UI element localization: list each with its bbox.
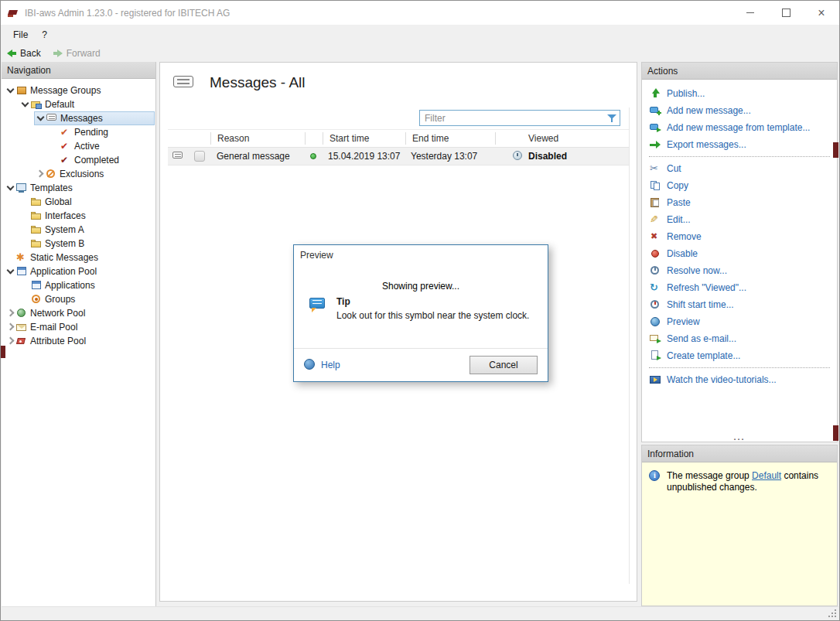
action-label: Send as e-mail...: [667, 333, 736, 344]
tree-item-system-a[interactable]: System A: [19, 223, 155, 237]
filter-row: [168, 107, 629, 130]
action-export-messages[interactable]: Export messages...: [642, 136, 837, 153]
chevron-down-icon[interactable]: [5, 85, 15, 96]
message-icon: [172, 150, 184, 162]
tree-item-templates[interactable]: Templates: [5, 181, 155, 195]
chevron-spacer: [49, 127, 60, 138]
menu-help[interactable]: ?: [35, 27, 54, 43]
cancel-button[interactable]: Cancel: [470, 356, 538, 374]
table-header-row: Reason Start time End time Viewed: [168, 130, 629, 148]
forward-button[interactable]: Forward: [53, 48, 101, 59]
chevron-right-icon[interactable]: [34, 169, 45, 179]
red-edge-marker: [833, 425, 838, 441]
maximize-button[interactable]: [768, 1, 804, 25]
action-label: Remove: [667, 231, 702, 242]
help-link[interactable]: Help: [304, 359, 340, 371]
pending-check-icon: [60, 126, 72, 138]
column-header-start-time[interactable]: Start time: [323, 132, 405, 145]
filter-input[interactable]: [420, 113, 606, 124]
publish-icon: [649, 87, 661, 100]
tree-item-application-pool[interactable]: Application Pool: [5, 264, 155, 278]
default-group-link[interactable]: Default: [752, 470, 781, 481]
shift-time-icon: [649, 299, 661, 311]
resize-grip[interactable]: [828, 609, 836, 617]
action-refresh-viewed[interactable]: Refresh "Viewed"...: [642, 279, 837, 296]
action-shift-start-time[interactable]: Shift start time...: [642, 296, 837, 313]
tree-item-applications[interactable]: Applications: [19, 278, 155, 292]
chevron-down-icon[interactable]: [5, 183, 15, 193]
chevron-down-icon[interactable]: [5, 266, 15, 277]
column-header-reason[interactable]: Reason: [210, 132, 305, 145]
column-header-viewed[interactable]: Viewed: [495, 132, 629, 145]
action-paste[interactable]: Paste: [642, 194, 837, 211]
column-header-end-time[interactable]: End time: [405, 132, 495, 145]
action-create-template[interactable]: Create template...: [642, 347, 837, 364]
menu-file[interactable]: File: [6, 27, 35, 43]
table-row[interactable]: General message 15.04.2019 13:07 Yesterd…: [168, 148, 629, 165]
tree-item-static-messages[interactable]: Static Messages: [5, 251, 155, 264]
back-button[interactable]: Back: [7, 48, 41, 59]
action-label: Watch the video-tutorials...: [667, 374, 777, 385]
tree-item-label: Attribute Pool: [30, 336, 86, 346]
tree-item-network-pool[interactable]: Network Pool: [5, 306, 155, 320]
completed-check-icon: [60, 154, 72, 166]
tree-item-label: Messages: [60, 113, 103, 124]
chevron-down-icon[interactable]: [19, 99, 30, 110]
action-label: Cut: [667, 163, 681, 174]
page-title: Messages - All: [210, 74, 306, 91]
tree-item-default[interactable]: Default: [19, 97, 155, 111]
chevron-spacer: [19, 224, 30, 235]
filter-funnel-icon[interactable]: [606, 113, 617, 124]
folder-icon: [30, 196, 43, 208]
chevron-right-icon[interactable]: [5, 336, 15, 346]
actions-list: Publish... Add new message... Add new me…: [642, 80, 837, 442]
network-icon: [15, 307, 28, 319]
close-button[interactable]: [804, 1, 839, 25]
action-send-as-email[interactable]: Send as e-mail...: [642, 330, 837, 347]
tree-item-interfaces[interactable]: Interfaces: [19, 209, 155, 223]
action-remove[interactable]: Remove: [642, 228, 837, 245]
tree-item-message-groups[interactable]: Message Groups: [5, 84, 155, 97]
tree-item-label: Pending: [74, 127, 108, 138]
chevron-spacer: [19, 238, 30, 249]
chevron-right-icon[interactable]: [5, 322, 15, 333]
tree-item-exclusions[interactable]: Exclusions: [34, 167, 155, 181]
more-actions-indicator[interactable]: ...: [642, 433, 837, 441]
messages-icon: [172, 73, 196, 92]
action-resolve-now[interactable]: Resolve now...: [642, 262, 837, 279]
action-cut[interactable]: Cut: [642, 160, 837, 177]
tree-item-global[interactable]: Global: [19, 195, 155, 209]
action-copy[interactable]: Copy: [642, 177, 837, 194]
action-add-new-message-from-template[interactable]: Add new message from template...: [642, 119, 837, 136]
chevron-right-icon[interactable]: [5, 308, 15, 319]
action-watch-video-tutorials[interactable]: Watch the video-tutorials...: [642, 371, 837, 388]
chevron-spacer: [5, 252, 15, 263]
app-window: IBI-aws Admin 1.23.0 - registered for IB…: [0, 0, 840, 621]
tree-item-email-pool[interactable]: E-mail Pool: [5, 320, 155, 334]
action-publish[interactable]: Publish...: [642, 85, 837, 102]
tree-item-attribute-pool[interactable]: Attribute Pool: [5, 334, 155, 348]
action-label: Publish...: [667, 88, 705, 99]
tree-item-active[interactable]: Active: [49, 139, 155, 153]
help-label: Help: [321, 360, 340, 370]
tree-item-system-b[interactable]: System B: [19, 237, 155, 251]
copy-icon: [649, 179, 661, 192]
tree-item-messages[interactable]: Messages: [34, 111, 155, 125]
chevron-down-icon[interactable]: [35, 113, 46, 124]
tree-item-groups[interactable]: Groups: [19, 292, 155, 306]
action-preview[interactable]: Preview: [642, 313, 837, 330]
tip-row: Tip Look out for this symbol near the sy…: [309, 296, 529, 321]
folder-icon: [30, 210, 43, 222]
exclusion-icon: [45, 168, 57, 180]
action-disable[interactable]: Disable: [642, 245, 837, 262]
action-add-new-message[interactable]: Add new message...: [642, 102, 837, 119]
tree-item-pending[interactable]: Pending: [49, 125, 155, 139]
unpublished-state-icon: [194, 151, 205, 162]
action-label: Add new message...: [667, 105, 751, 116]
minimize-button[interactable]: [732, 1, 768, 25]
window-title: IBI-aws Admin 1.23.0 - registered for IB…: [25, 8, 230, 19]
action-edit[interactable]: Edit...: [642, 211, 837, 228]
column-header-status[interactable]: [305, 132, 323, 145]
info-icon: [649, 470, 661, 483]
tree-item-completed[interactable]: Completed: [49, 153, 155, 167]
